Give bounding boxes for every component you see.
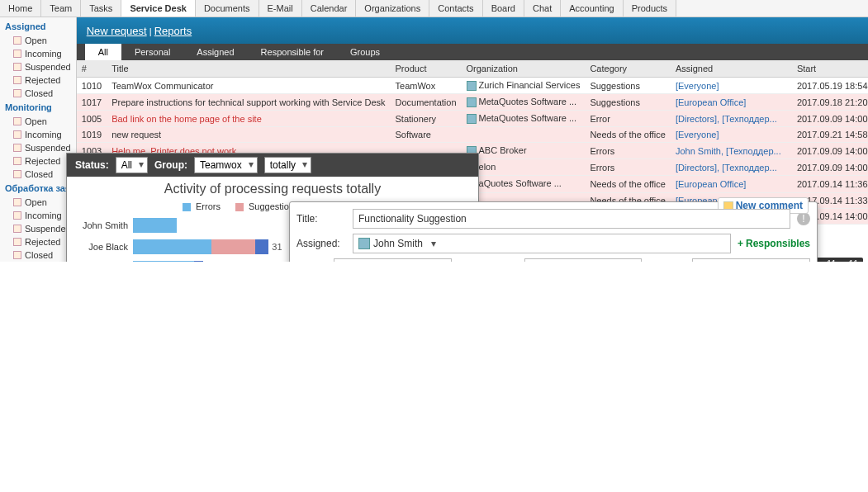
org-icon [467, 114, 477, 124]
table-row[interactable]: 1005Bad link on the home page of the sit… [77, 111, 868, 127]
nav-tab[interactable]: Calendar [302, 0, 357, 17]
title-input[interactable]: Functionality Suggestion [353, 209, 790, 229]
folder-icon [13, 211, 21, 220]
folder-icon [13, 36, 21, 45]
title-label: Title: [296, 213, 346, 225]
sidebar-item[interactable]: Suspended [0, 141, 76, 154]
sidebar-item[interactable]: Closed [0, 248, 76, 262]
person-icon [358, 238, 370, 249]
nav-tab[interactable]: Board [483, 0, 524, 17]
sidebar-item[interactable]: Incoming [0, 128, 76, 141]
assigned-select[interactable]: John Smith [353, 234, 731, 253]
folder-icon [13, 89, 21, 97]
bar-segment [211, 239, 255, 254]
action-bar: New request | Reports ? [77, 17, 868, 44]
sidebar-item[interactable]: Closed [0, 168, 76, 181]
top-nav: HomeTeamTasksService DeskDocumentsE-Mail… [0, 0, 868, 17]
bar-segment [133, 239, 211, 254]
folder-icon [13, 198, 21, 206]
nav-tab[interactable]: Team [41, 0, 81, 17]
warning-icon[interactable]: ! [797, 212, 810, 225]
bar-label: John Smith [75, 220, 133, 230]
category-select[interactable]: Suggestions [524, 258, 643, 262]
bar-segment [194, 261, 203, 262]
assigned-link[interactable]: [Directors], [Техподдер... [676, 163, 777, 173]
group-select[interactable]: Teamwox [194, 157, 258, 173]
table-row[interactable]: 1010TeamWox CommunicatorTeamWoxZurich Fi… [77, 78, 868, 94]
report-title: Activity of processing requests totally [67, 177, 478, 201]
sidebar-item[interactable]: Open [0, 115, 76, 128]
folder-icon [13, 117, 21, 125]
folder-icon [13, 157, 21, 165]
nav-tab[interactable]: Service Desk [121, 0, 196, 17]
sidebar-item[interactable]: Closed [0, 87, 76, 100]
column-header[interactable]: Product [391, 60, 462, 78]
bar-segment [255, 239, 268, 254]
folder-icon [13, 225, 21, 233]
product-select[interactable]: Client Manager [692, 258, 810, 262]
legend-item: Errors [178, 201, 221, 211]
nav-tab[interactable]: Products [624, 0, 676, 17]
sidebar-item[interactable]: Rejected [0, 73, 76, 87]
assigned-link[interactable]: John Smith, [Техподдер... [676, 146, 781, 156]
filter-tab[interactable]: Assigned [183, 44, 247, 60]
sidebar-item[interactable]: Open [0, 34, 76, 47]
status-label: Status: [75, 159, 109, 171]
org-icon [467, 81, 477, 91]
status-select[interactable]: All [116, 157, 148, 173]
new-request-link[interactable]: New request [87, 25, 147, 37]
filter-tabs: AllPersonalAssignedResponsible forGroups [77, 44, 868, 60]
bar-segment [133, 261, 194, 262]
nav-tab[interactable]: Accounting [561, 0, 623, 17]
nav-tab[interactable]: Tasks [81, 0, 121, 17]
assigned-link[interactable]: [Everyone] [676, 130, 719, 140]
folder-icon [13, 130, 21, 139]
column-header[interactable]: Category [585, 60, 671, 78]
folder-icon [13, 63, 21, 71]
nav-tab[interactable]: Contacts [429, 0, 482, 17]
assigned-link[interactable]: [Directors], [Техподдер... [676, 114, 777, 124]
group-label: Group: [154, 159, 187, 171]
assigned-label: Assigned: [296, 238, 346, 249]
sidebar-section: Monitoring [0, 100, 76, 115]
bar-value: 31 [272, 242, 282, 252]
column-header[interactable]: Start [792, 60, 868, 78]
nav-tab[interactable]: E-Mail [259, 0, 302, 17]
sidebar-item[interactable]: Suspended [0, 60, 76, 73]
folder-icon [13, 76, 21, 84]
sidebar-item[interactable]: Suspended [0, 222, 76, 235]
nav-tab[interactable]: Chat [524, 0, 561, 17]
assigned-link[interactable]: [Everyone] [676, 81, 719, 91]
nav-tab[interactable]: Organizations [356, 0, 429, 17]
sidebar-section: Обработка зая [0, 181, 76, 196]
nav-tab[interactable]: Documents [196, 0, 259, 17]
folder-icon [13, 238, 21, 246]
sidebar-item[interactable]: Incoming [0, 209, 76, 222]
report-filter-bar: Status: All Group: Teamwox totally [67, 154, 478, 177]
sidebar-item[interactable]: Incoming [0, 47, 76, 60]
sidebar-item[interactable]: Open [0, 196, 76, 209]
filter-tab[interactable]: Groups [337, 44, 393, 60]
nav-tab[interactable]: Home [0, 0, 41, 17]
org-icon [467, 97, 477, 107]
group-select[interactable]: Software Support [334, 258, 452, 262]
column-header[interactable]: # [77, 60, 107, 78]
sidebar-item[interactable]: Rejected [0, 235, 76, 248]
assigned-link[interactable]: [European Office] [676, 97, 746, 107]
filter-tab[interactable]: All [85, 44, 121, 60]
scope-select[interactable]: totally [264, 157, 311, 173]
responsibles-link[interactable]: +Responsibles [738, 238, 810, 249]
column-header[interactable]: Organization [462, 60, 586, 78]
column-header[interactable]: Assigned [671, 60, 792, 78]
folder-icon [13, 170, 21, 178]
bar-label: Joe Black [75, 242, 133, 252]
table-row[interactable]: 1019new requestSoftwareNeeds of the offi… [77, 127, 868, 143]
separator: | [149, 26, 152, 36]
column-header[interactable]: Title [107, 60, 390, 78]
table-row[interactable]: 1017Prepare instructions for technical s… [77, 94, 868, 111]
sidebar-item[interactable]: Rejected [0, 154, 76, 168]
filter-tab[interactable]: Personal [121, 44, 183, 60]
assigned-link[interactable]: [European Office] [676, 179, 746, 189]
reports-link[interactable]: Reports [154, 25, 192, 37]
filter-tab[interactable]: Responsible for [248, 44, 337, 60]
